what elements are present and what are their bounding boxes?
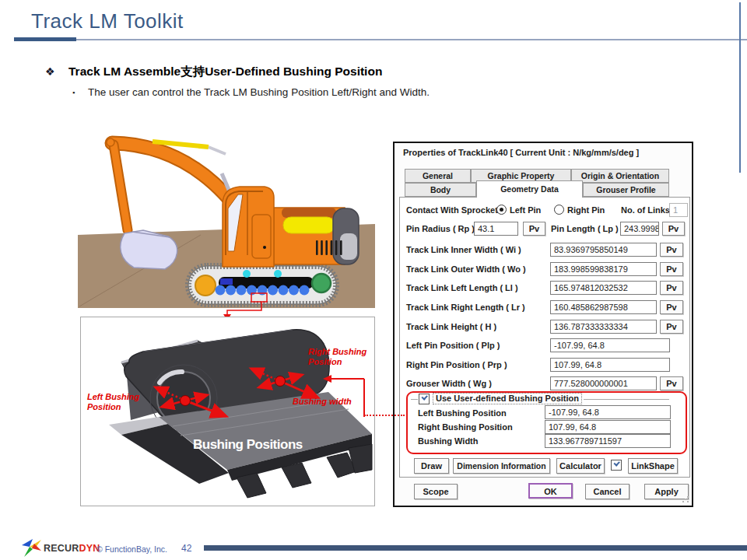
tab-grouser-profile[interactable]: Grouser Profile xyxy=(583,183,669,197)
right-bushing-position-label: Right Bushing Position xyxy=(418,422,513,432)
no-of-links-label: No. of Links xyxy=(621,205,670,215)
track-link-right-length-field[interactable]: 160.485862987598 xyxy=(550,300,657,314)
track-link-left-length-label: Track Link Left Length ( Ll ) xyxy=(406,283,518,292)
slide-right-edge-line xyxy=(739,2,741,173)
track-link-outer-width-field[interactable]: 183.998599838179 xyxy=(550,262,657,276)
bushing-width-label: Bushing Width xyxy=(418,436,479,446)
bullet-diamond-icon: ❖ xyxy=(45,65,55,78)
track-link-height-field[interactable]: 136.787333333334 xyxy=(550,320,657,334)
bullet-heading: Track LM Assemble支持User-Defined Bushing … xyxy=(68,64,382,80)
bushing-figure-frame: Right Bushing Position Left Bushing Posi… xyxy=(80,317,375,506)
track-link-inner-width-pv-button[interactable]: Pv xyxy=(660,243,683,257)
excavator-housing xyxy=(274,208,359,264)
pin-radius-pv-button[interactable]: Pv xyxy=(523,222,545,236)
copyright-text: © FunctionBay, Inc. xyxy=(96,544,167,554)
bushing-figure: Right Bushing Position Left Bushing Posi… xyxy=(81,317,374,506)
resize-grip[interactable] xyxy=(682,495,689,503)
left-bushing-label-line2: Position xyxy=(87,402,121,411)
right-pin-position-field[interactable]: 107.99, 64.8 xyxy=(550,358,670,372)
left-pin-radio[interactable] xyxy=(496,205,507,215)
bushing-width-field[interactable]: 133.967789711597 xyxy=(545,434,671,448)
cab-dot xyxy=(263,246,266,249)
linkshape-button[interactable]: LinkShape xyxy=(628,458,678,474)
calculator-button[interactable]: Calculator xyxy=(556,458,605,474)
track-link-left-length-pv-button[interactable]: Pv xyxy=(660,281,683,295)
logo-text-recur: RECUR xyxy=(44,543,79,554)
cancel-button[interactable]: Cancel xyxy=(585,484,630,499)
track-link-right-length-pv-button[interactable]: Pv xyxy=(660,300,683,314)
track-link-height-label: Track Link Height ( H ) xyxy=(406,322,496,331)
right-bushing-label-line1: Right Bushing xyxy=(308,347,366,356)
check-icon xyxy=(421,394,427,400)
use-user-defined-bushing-checkbox[interactable] xyxy=(419,394,430,404)
bullet-square-icon: ▪ xyxy=(72,89,75,96)
track-link-outer-width-pv-button[interactable]: Pv xyxy=(660,262,683,276)
left-pin-label: Left Pin xyxy=(510,205,541,215)
figure-to-dialog-connector xyxy=(364,415,405,416)
scope-button[interactable]: Scope xyxy=(414,484,458,499)
track-link-height-pv-button[interactable]: Pv xyxy=(660,320,683,334)
left-bushing-position-field[interactable]: -107.99, 64.8 xyxy=(545,405,671,419)
tab-geometry-data[interactable]: Geometry Data xyxy=(476,180,583,198)
idler-wheel xyxy=(195,275,216,296)
track-link-inner-width-field[interactable]: 83.9369795850149 xyxy=(550,243,657,257)
draw-button[interactable]: Draw xyxy=(414,458,449,474)
sprocket-wheel xyxy=(312,274,331,292)
right-pin-position-label: Right Pin Position ( Prp ) xyxy=(406,360,507,369)
title-underline-accent xyxy=(14,37,76,41)
track-frame-glyph xyxy=(220,278,233,285)
pin-length-label: Pin Length ( Lp ) xyxy=(551,224,619,233)
track-link-left-length-field[interactable]: 165.974812032532 xyxy=(550,281,657,295)
recurdyn-logo-icon xyxy=(21,538,42,558)
page-title: Track LM Toolkit xyxy=(31,9,184,33)
check-icon xyxy=(613,460,619,466)
right-pin-label: Right Pin xyxy=(567,205,605,215)
recurdyn-logo-text: RECURDYN xyxy=(44,543,100,554)
contact-with-sprocket-label: Contact With Sprocket xyxy=(406,205,498,215)
right-bushing-position-field[interactable]: 107.99, 64.8 xyxy=(545,420,671,434)
footer-bar xyxy=(204,545,747,551)
slide: Track LM Toolkit ❖ Track LM Assemble支持Us… xyxy=(0,0,747,560)
boom-cylinder-rod xyxy=(209,147,226,154)
excavator-figure xyxy=(78,131,375,320)
left-pin-position-label: Left Pin Position ( Plp ) xyxy=(406,341,500,350)
ok-button[interactable]: OK xyxy=(528,483,573,499)
left-bushing-point xyxy=(181,396,191,406)
tab-origin-orientation[interactable]: Origin & Orientation xyxy=(571,169,669,183)
excavator-cab xyxy=(223,187,274,267)
linkshape-checkbox[interactable] xyxy=(611,460,622,471)
dimension-information-button[interactable]: Dimension Information xyxy=(453,458,550,474)
left-bushing-label-line1: Left Bushing xyxy=(87,392,139,401)
track-link-inner-width-label: Track Link Inner Width ( Wi ) xyxy=(406,245,521,254)
bullet-subtext: The user can control the Track LM Bushin… xyxy=(88,86,430,98)
bushing-width-label: Bushing width xyxy=(293,397,352,406)
right-pin-radio[interactable] xyxy=(554,205,564,215)
track-assembly xyxy=(188,266,336,304)
grouser-width-field[interactable]: 777.528000000001 xyxy=(550,376,657,390)
title-underline xyxy=(76,39,747,40)
dialog-title: Properties of TrackLink40 [ Current Unit… xyxy=(403,148,639,157)
tab-body[interactable]: Body xyxy=(405,183,476,197)
right-bushing-point xyxy=(275,376,286,387)
pin-radius-label: Pin Radius ( Rp ) xyxy=(406,224,475,233)
grouser-width-label: Grouser Width ( Wg ) xyxy=(406,379,492,388)
pin-radius-field[interactable]: 43.1 xyxy=(474,222,518,236)
properties-dialog: Properties of TrackLink40 [ Current Unit… xyxy=(393,142,693,507)
bushing-positions-caption: Bushing Positions xyxy=(193,437,303,452)
pin-length-field[interactable]: 243.99986 xyxy=(620,222,659,236)
track-link-outer-width-label: Track Link Outer Width ( Wo ) xyxy=(406,264,526,274)
track-link-right-length-label: Track Link Right Length ( Lr ) xyxy=(406,303,525,312)
no-of-links-field[interactable]: 1 xyxy=(669,203,688,217)
left-pin-position-field[interactable]: -107.99, 64.8 xyxy=(550,338,670,352)
left-bushing-position-label: Left Bushing Position xyxy=(418,408,507,418)
boom-pulley xyxy=(107,138,114,146)
use-user-defined-bushing-label[interactable]: Use User-defined Bushing Position xyxy=(433,393,582,404)
grouser-width-pv-button[interactable]: Pv xyxy=(660,376,683,390)
right-bushing-label-line2: Position xyxy=(308,357,342,366)
tab-general[interactable]: General xyxy=(405,169,471,183)
pin-length-pv-button[interactable]: Pv xyxy=(662,222,685,236)
page-number: 42 xyxy=(181,543,191,554)
